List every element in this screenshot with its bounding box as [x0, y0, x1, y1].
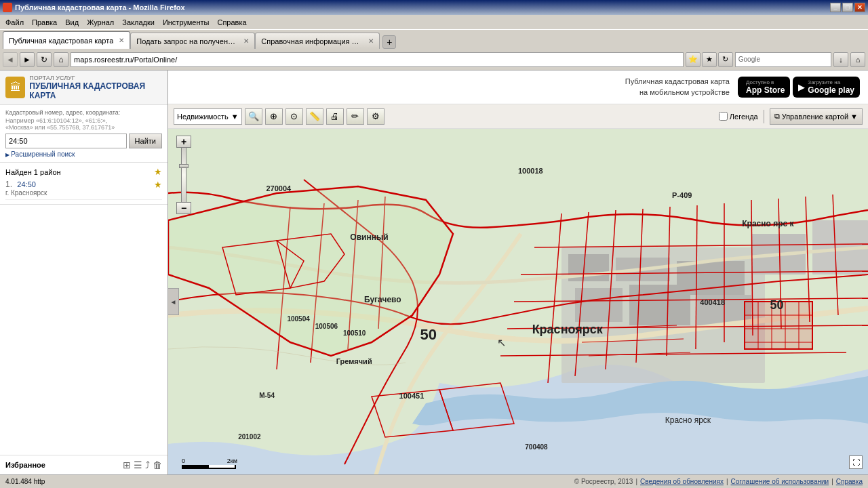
tab-1-close[interactable]: ✕ [119, 37, 124, 44]
result-code-1: 24:50 [17, 180, 36, 188]
portal-header: 🏛 ПОРТАЛ УСЛУГ ПУБЛИЧНАЯ КАДАСТРОВАЯ КАР… [0, 70, 167, 105]
legend-label: Легенда [730, 113, 758, 121]
title-bar: Публичная кадастровая карта - Mozilla Fi… [0, 0, 868, 15]
layers-icon: ⧉ [774, 112, 780, 121]
download-button[interactable]: ↓ [833, 52, 848, 67]
portal-logo: 🏛 [5, 77, 25, 98]
home-button[interactable]: ⌂ [54, 52, 68, 67]
close-button[interactable]: ✕ [854, 3, 865, 12]
status-copyright: © Росреестр, 2013 [574, 478, 633, 485]
dropdown-arrow-icon: ▼ [231, 113, 239, 121]
tab-3-close[interactable]: ✕ [368, 37, 374, 45]
fav-export-icon[interactable]: ⤴ [145, 460, 150, 470]
search-section: Кадастровый номер, адрес, координата: На… [0, 105, 167, 163]
zoom-area-btn[interactable]: ⊙ [285, 108, 303, 125]
map-svg [168, 129, 868, 474]
window-title: Публичная кадастровая карта - Mozilla Fi… [15, 3, 185, 12]
back-button[interactable]: ◄ [3, 52, 18, 67]
menu-history[interactable]: Журнал [83, 17, 118, 28]
ssl-icon: ⭐ [686, 52, 701, 67]
tab-3[interactable]: Справочная информация по объектан ... ✕ [255, 33, 380, 49]
favorites-title: Избранное [5, 461, 45, 469]
menu-bar: Файл Правка Вид Журнал Закладки Инструме… [0, 15, 868, 30]
settings-btn[interactable]: ⚙ [367, 108, 384, 125]
manage-map-btn[interactable]: ⧉ Управление картой ▼ [770, 108, 863, 125]
search-map-btn[interactable]: 🔍 [245, 108, 262, 125]
reload-stop[interactable]: ↻ [718, 52, 733, 67]
scale-bar [182, 465, 236, 469]
results-star-icon[interactable]: ★ [154, 167, 162, 177]
scale-label: 2км [227, 458, 237, 464]
legend-checkbox[interactable] [719, 112, 728, 121]
browser-search-input[interactable] [763, 53, 831, 66]
status-link-updates[interactable]: Сведения об обновлениях [640, 478, 724, 485]
legend-checkbox-container[interactable]: Легенда [719, 112, 758, 121]
tab-3-label: Справочная информация по объектан ... [261, 37, 363, 45]
zoom-slider-track[interactable] [181, 148, 186, 202]
scale-seg2 [209, 465, 235, 468]
main-container: 🏛 ПОРТАЛ УСЛУГ ПУБЛИЧНАЯ КАДАСТРОВАЯ КАР… [0, 70, 868, 474]
fav-list-icon[interactable]: ☰ [134, 460, 142, 470]
fullscreen-button[interactable]: ⛶ [849, 455, 863, 469]
sidebar: 🏛 ПОРТАЛ УСЛУГ ПУБЛИЧНАЯ КАДАСТРОВАЯ КАР… [0, 70, 168, 474]
status-bar: 4.01.484 http © Росреестр, 2013 | Сведен… [0, 474, 868, 488]
status-link-help[interactable]: Справка [836, 478, 863, 485]
menu-view[interactable]: Вид [61, 17, 83, 28]
search-input[interactable] [5, 134, 127, 148]
menu-tools[interactable]: Инструменты [159, 17, 214, 28]
status-right: © Росреестр, 2013 | Сведения об обновлен… [574, 478, 863, 485]
results-title: Найден 1 район ★ [5, 167, 162, 177]
fav-grid-icon[interactable]: ⊞ [123, 460, 131, 470]
sidebar-spacer [0, 205, 167, 455]
reload-button[interactable]: ↻ [37, 52, 52, 67]
nav-bar: ◄ ► ↻ ⌂ ⭐ ★ ↻ Google ↓ ⌂ [0, 49, 868, 70]
pencil-btn[interactable]: ✏ [347, 108, 364, 125]
app-store-badge[interactable]: Доступно в App Store ▶ Загрузите на Goog… [738, 77, 860, 98]
status-version: 4.01.484 http [5, 478, 45, 485]
search-hint1: Кадастровый номер, адрес, координата: [5, 109, 162, 116]
status-link-terms[interactable]: Соглашение об использовании [731, 478, 829, 485]
search-button[interactable]: Найти [129, 134, 162, 148]
tab-2[interactable]: Подать запрос на получение сведений... ✕ [130, 33, 255, 49]
map-area[interactable]: Красноярск Красно ярск Красно ярс к Овин… [168, 129, 868, 474]
tab-1-label: Публичная кадастровая карта [9, 37, 113, 45]
portal-title: ПУБЛИЧНАЯ КАДАСТРОВАЯ КАРТА [29, 81, 162, 100]
menu-help[interactable]: Справка [213, 17, 250, 28]
property-dropdown-label: Недвижимость [177, 113, 229, 121]
minimize-button[interactable]: _ [830, 3, 841, 12]
zoom-slider-thumb[interactable] [179, 164, 189, 168]
window-controls[interactable]: _ □ ✕ [830, 3, 865, 12]
bookmark-star[interactable]: ★ [702, 52, 717, 67]
mobile-text: Публичная кадастровая картана мобильном … [625, 77, 730, 98]
android-icon: ▶ [798, 82, 805, 92]
result-item-1[interactable]: 1. 24:50 г. Красноярск ★ [5, 177, 162, 200]
home-page-button[interactable]: ⌂ [850, 52, 865, 67]
forward-button[interactable]: ► [20, 52, 35, 67]
zoom-out-button[interactable]: − [176, 202, 191, 214]
tab-2-close[interactable]: ✕ [243, 37, 249, 45]
menu-file[interactable]: Файл [1, 17, 28, 28]
scale-seg1 [183, 465, 209, 468]
menu-edit[interactable]: Правка [28, 17, 61, 28]
title-bar-left: Публичная кадастровая карта - Mozilla Fi… [3, 3, 185, 12]
result-star-icon[interactable]: ★ [154, 180, 162, 190]
measure-btn[interactable]: 📏 [306, 108, 323, 125]
fav-delete-icon[interactable]: 🗑 [153, 460, 162, 470]
result-location-1: г. Красноярск [5, 189, 47, 197]
menu-bookmarks[interactable]: Закладки [118, 17, 159, 28]
advanced-search-link[interactable]: Расширенный поиск [5, 150, 162, 158]
app-store-button[interactable]: Доступно в App Store [738, 77, 790, 98]
tab-1[interactable]: Публичная кадастровая карта ✕ [3, 31, 130, 49]
app-store-label: App Store [746, 85, 785, 95]
collapse-sidebar-button[interactable]: ◄ [168, 288, 179, 315]
maximize-button[interactable]: □ [842, 3, 853, 12]
print-btn[interactable]: 🖨 [326, 108, 344, 125]
firefox-icon [3, 3, 12, 12]
address-bar[interactable] [71, 52, 684, 67]
google-play-button[interactable]: ▶ Загрузите на Google play [793, 77, 860, 98]
new-tab-button[interactable]: + [382, 35, 396, 49]
results-section: Найден 1 район ★ 1. 24:50 г. Красноярск … [0, 163, 167, 205]
zoom-in-button[interactable]: + [176, 136, 191, 148]
zoom-region-btn[interactable]: ⊕ [265, 108, 283, 125]
property-dropdown[interactable]: Недвижимость ▼ [174, 108, 242, 125]
